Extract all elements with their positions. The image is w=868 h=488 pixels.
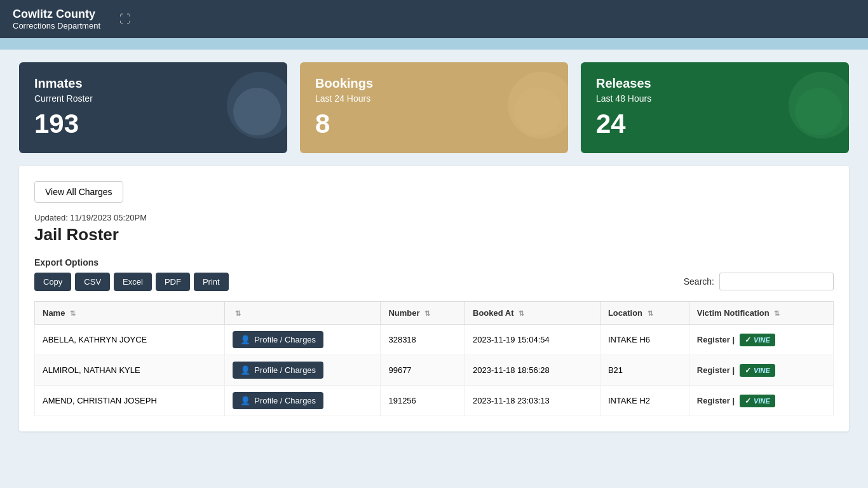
page-header: Cowlitz County Corrections Department ⛶	[0, 0, 868, 38]
cell-victim-2: Register | ✓ VINE	[689, 386, 833, 416]
vine-badge-2[interactable]: ✓ VINE	[740, 395, 775, 407]
vine-checkmark-1: ✓	[745, 366, 751, 375]
accent-bar	[0, 38, 868, 50]
register-link-1[interactable]: Register |	[697, 365, 735, 375]
vine-checkmark-2: ✓	[745, 396, 751, 405]
table-header-row: Name ⇅ ⇅ Number ⇅ Booked At ⇅ Location ⇅…	[35, 302, 834, 325]
cell-booked-at-1: 2023-11-18 18:56:28	[465, 355, 600, 386]
table-row: AMEND, CHRISTIAN JOSEPH 👤 Profile / Char…	[35, 386, 834, 416]
search-input[interactable]	[719, 273, 834, 290]
sort-location-icon: ⇅	[648, 309, 653, 317]
profile-charges-button-0[interactable]: 👤 Profile / Charges	[233, 331, 323, 348]
cell-location-2: INTAKE H2	[600, 386, 689, 416]
table-row: ABELLA, KATHRYN JOYCE 👤 Profile / Charge…	[35, 325, 834, 355]
vine-logo-0: VINE	[754, 336, 770, 344]
register-link-2[interactable]: Register |	[697, 396, 735, 405]
roster-table: Name ⇅ ⇅ Number ⇅ Booked At ⇅ Location ⇅…	[34, 301, 834, 416]
inmates-card: Inmates Current Roster 193	[19, 62, 287, 153]
cell-profile-2: 👤 Profile / Charges	[225, 386, 381, 416]
excel-button[interactable]: Excel	[114, 273, 152, 291]
cell-name-1: ALMIROL, NATHAN KYLE	[35, 355, 225, 386]
bookings-decoration	[498, 69, 568, 145]
releases-decoration	[779, 69, 849, 145]
cell-number-1: 99677	[381, 355, 465, 386]
export-label: Export Options	[34, 257, 834, 268]
stats-section: Inmates Current Roster 193 Bookings Last…	[0, 50, 868, 166]
sort-name-icon: ⇅	[70, 309, 76, 317]
view-all-charges-button[interactable]: View All Charges	[34, 181, 123, 203]
cell-booked-at-2: 2023-11-18 23:03:13	[465, 386, 600, 416]
page-title: Jail Roster	[34, 225, 834, 245]
person-icon-0: 👤	[240, 335, 250, 344]
sort-booked-icon: ⇅	[519, 309, 524, 317]
sort-profile-icon: ⇅	[235, 309, 241, 317]
print-button[interactable]: Print	[194, 273, 229, 291]
col-location[interactable]: Location ⇅	[600, 302, 689, 325]
profile-charges-button-1[interactable]: 👤 Profile / Charges	[233, 362, 323, 379]
col-victim-notification[interactable]: Victim Notification ⇅	[689, 302, 833, 325]
inmates-decoration	[217, 69, 287, 145]
cell-victim-1: Register | ✓ VINE	[689, 355, 833, 386]
search-row: Search:	[684, 273, 834, 290]
cell-location-0: INTAKE H6	[600, 325, 689, 355]
csv-button[interactable]: CSV	[75, 273, 110, 291]
bookings-card: Bookings Last 24 Hours 8	[300, 62, 568, 153]
register-link-0[interactable]: Register |	[697, 335, 735, 344]
export-buttons-group: Copy CSV Excel PDF Print	[34, 273, 229, 291]
vine-badge-0[interactable]: ✓ VINE	[740, 334, 775, 346]
releases-card: Releases Last 48 Hours 24	[581, 62, 849, 153]
profile-charges-button-2[interactable]: 👤 Profile / Charges	[233, 392, 323, 409]
col-name[interactable]: Name ⇅	[35, 302, 225, 325]
cell-number-0: 328318	[381, 325, 465, 355]
cell-location-1: B21	[600, 355, 689, 386]
copy-button[interactable]: Copy	[34, 273, 71, 291]
cell-number-2: 191256	[381, 386, 465, 416]
cell-name-0: ABELLA, KATHRYN JOYCE	[35, 325, 225, 355]
col-number[interactable]: Number ⇅	[381, 302, 465, 325]
cell-profile-0: 👤 Profile / Charges	[225, 325, 381, 355]
cell-name-2: AMEND, CHRISTIAN JOSEPH	[35, 386, 225, 416]
victim-cell-2: Register | ✓ VINE	[697, 395, 825, 407]
col-booked-at[interactable]: Booked At ⇅	[465, 302, 600, 325]
table-row: ALMIROL, NATHAN KYLE 👤 Profile / Charges…	[35, 355, 834, 386]
pdf-button[interactable]: PDF	[156, 273, 190, 291]
sort-number-icon: ⇅	[424, 309, 430, 317]
victim-cell-0: Register | ✓ VINE	[697, 334, 825, 346]
vine-checkmark-0: ✓	[745, 336, 751, 344]
org-subtitle: Corrections Department	[13, 21, 100, 30]
updated-text: Updated: 11/19/2023 05:20PM	[34, 213, 834, 222]
search-label: Search:	[684, 276, 714, 287]
vine-logo-2: VINE	[754, 397, 770, 405]
content-card: View All Charges Updated: 11/19/2023 05:…	[19, 166, 849, 431]
person-icon-1: 👤	[240, 365, 250, 375]
sort-victim-icon: ⇅	[774, 309, 780, 317]
cell-victim-0: Register | ✓ VINE	[689, 325, 833, 355]
col-profile: ⇅	[225, 302, 381, 325]
person-icon-2: 👤	[240, 396, 250, 405]
vine-logo-1: VINE	[754, 367, 770, 374]
main-content: View All Charges Updated: 11/19/2023 05:…	[0, 166, 868, 451]
vine-badge-1[interactable]: ✓ VINE	[740, 364, 775, 377]
cell-booked-at-0: 2023-11-19 15:04:54	[465, 325, 600, 355]
cell-profile-1: 👤 Profile / Charges	[225, 355, 381, 386]
expand-icon[interactable]: ⛶	[119, 13, 131, 26]
org-title: Cowlitz County	[13, 8, 100, 21]
victim-cell-1: Register | ✓ VINE	[697, 364, 825, 377]
